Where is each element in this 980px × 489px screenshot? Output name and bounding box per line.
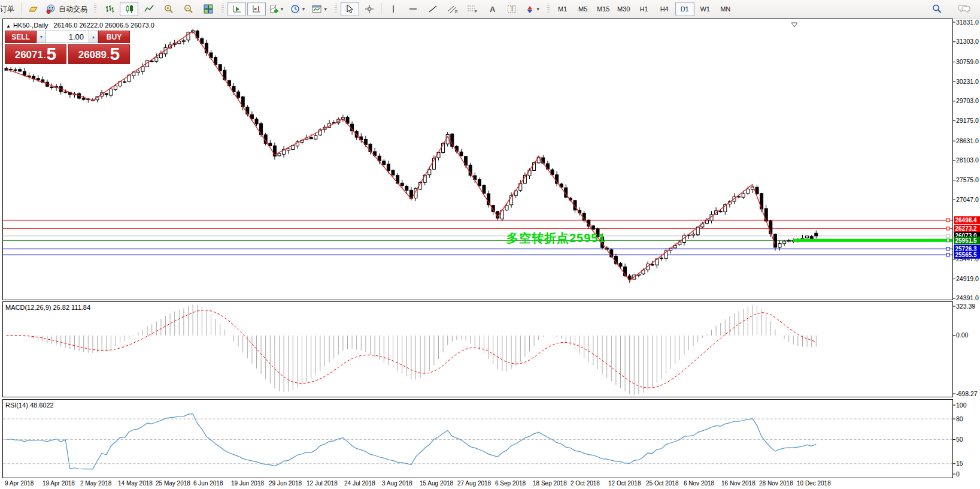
chevron-down-icon: ▼ [280,7,284,12]
text-label-icon: T [507,4,517,14]
date-tick-label: 6 Nov 2018 [684,480,714,487]
orders-button[interactable]: 订单 [0,2,19,16]
bar-chart-mode-button[interactable] [100,2,119,16]
rsi-axis[interactable]: 1008050150 [953,402,967,478]
date-tick-label: 12 Oct 2018 [608,480,641,487]
hline-handle[interactable] [946,219,949,222]
autotrading-button[interactable]: 自动交易 [44,2,90,16]
date-tick-label: 27 Aug 2018 [457,480,491,487]
hline-handle[interactable] [946,227,949,230]
line-chart-mode-button[interactable] [139,2,158,16]
svg-text:24391.0: 24391.0 [956,294,979,301]
tab-timeframe-MN[interactable]: MN [716,2,735,16]
fibonacci-tool-button[interactable]: F [463,2,482,16]
toolbar-grip [222,4,224,14]
chevron-down-icon: ▼ [323,7,328,12]
timeframe-group: M1M5M15M30H1H4D1W1MN [553,2,736,16]
template-icon [312,4,322,14]
date-axis[interactable]: 9 Apr 201819 Apr 20182 May 201814 May 20… [0,479,980,489]
mt4-window: 订单 自动交易 [0,0,980,489]
auto-scroll-icon [232,4,242,14]
tab-timeframe-M5[interactable]: M5 [574,2,593,16]
tile-windows-button[interactable] [199,2,217,16]
add-indicator-icon [269,4,278,14]
tab-timeframe-W1[interactable]: W1 [696,2,715,16]
hline-handle[interactable] [946,247,949,250]
text-label-tool-button[interactable]: T [503,2,521,16]
macd-axis[interactable]: 323.390.00-698.27 [953,303,978,397]
svg-text:26498.4: 26498.4 [955,217,978,224]
zoom-out-button[interactable] [179,2,198,16]
collapse-triangle-icon[interactable]: ▲ [6,23,11,29]
toolbar-grip [547,4,550,14]
equidistant-channel-tool-button[interactable]: E [444,2,462,16]
tile-windows-icon [204,4,213,14]
date-tick-label: 6 Jun 2018 [193,480,223,487]
tab-timeframe-H1[interactable]: H1 [635,2,654,16]
rsi-panel[interactable]: 1008050150 [0,399,980,478]
search-button[interactable] [927,2,946,16]
horizontal-line-tool-button[interactable] [404,2,423,16]
chat-button[interactable] [955,2,973,16]
svg-text:0: 0 [956,470,960,478]
rsi-plot-frame [3,400,953,478]
date-tick-label: 15 Aug 2018 [420,480,453,487]
macd-panel[interactable]: 323.390.00-698.27 [0,301,980,398]
zoom-in-button[interactable] [159,2,178,16]
sell-price-button[interactable]: 26071.5 [5,44,66,64]
svg-text:29703.0: 29703.0 [956,97,979,104]
new-order-icon [28,4,39,14]
sell-button[interactable]: SELL [5,31,37,43]
decimal-separator: . [44,49,46,63]
chart-title: ▲HK50-,Daily26146.0 26222.0 26006.5 2607… [6,22,154,29]
tab-timeframe-H4[interactable]: H4 [655,2,674,16]
cursor-button[interactable] [341,2,359,16]
buy-price-button[interactable]: 26089.5 [68,44,130,64]
trendline-tool-button[interactable] [424,2,442,16]
auto-scroll-button[interactable] [227,2,246,16]
decimal-separator: . [107,49,110,63]
svg-text:28631.0: 28631.0 [956,137,979,144]
hline-handle[interactable] [946,239,949,242]
chart-shift-button[interactable] [247,2,266,16]
date-tick-label: 29 Jun 2018 [269,480,302,487]
tab-timeframe-M1[interactable]: M1 [553,2,572,16]
main-chart-panel[interactable]: 31831.031303.030759.030231.029703.029175… [0,19,980,301]
indicators-button[interactable]: ▼ [267,2,287,16]
sell-price-main: 26071 [15,47,43,63]
vertical-line-tool-button[interactable] [384,2,403,16]
macd-plot-frame [3,302,953,397]
volume-decrease-button[interactable]: ▼ [37,31,46,43]
volume-input[interactable]: 1.00 [46,31,89,43]
svg-text:31303.0: 31303.0 [956,38,979,45]
autotrading-label: 自动交易 [59,4,87,14]
pivot-highlight-segment[interactable] [793,239,952,242]
buy-button[interactable]: BUY [98,31,130,43]
svg-text:15: 15 [956,460,963,467]
volume-increase-button[interactable]: ▲ [89,31,98,43]
hline-handle[interactable] [946,253,949,256]
tab-timeframe-M15[interactable]: M15 [594,2,613,16]
svg-text:25565.5: 25565.5 [955,252,978,258]
hline-handle[interactable] [946,234,949,237]
templates-button[interactable]: ▼ [310,2,330,16]
date-tick-label: 3 Aug 2018 [382,480,412,487]
svg-text:50: 50 [956,436,963,443]
date-tick-label: 14 May 2018 [118,480,153,487]
text-tool-button[interactable]: A [483,2,502,16]
chat-bubbles-icon [958,4,971,14]
periods-button[interactable]: ▼ [288,2,308,16]
toolbar-grip [335,4,337,14]
svg-text:T: T [510,5,514,13]
vertical-line-icon [390,4,397,14]
tab-timeframe-D1[interactable]: D1 [675,2,694,16]
bar-chart-icon [105,4,114,14]
arrows-tool-button[interactable]: ▼ [523,2,543,16]
crosshair-button[interactable] [360,2,379,16]
ohlc-values: 26146.0 26222.0 26006.5 26073.0 [54,22,154,29]
new-order-button[interactable] [24,2,43,16]
tab-timeframe-M30[interactable]: M30 [614,2,633,16]
clock-icon [290,4,300,14]
svg-text:26273.2: 26273.2 [955,225,978,232]
candlestick-mode-button[interactable] [120,2,138,16]
